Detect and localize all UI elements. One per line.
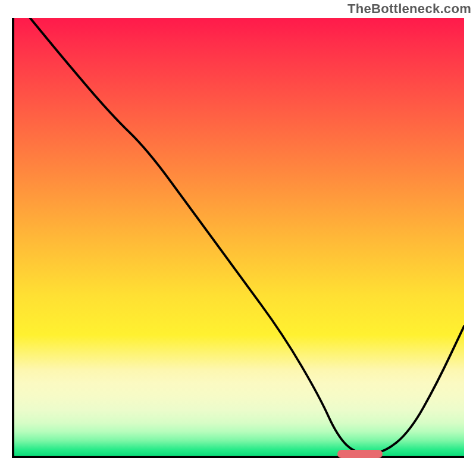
plot-area [12, 18, 464, 458]
optimal-range-marker [337, 450, 383, 458]
chart-stage: TheBottleneck.com [0, 0, 476, 476]
curve-path [30, 18, 464, 454]
bottleneck-curve [12, 18, 464, 458]
watermark-text: TheBottleneck.com [347, 1, 471, 17]
